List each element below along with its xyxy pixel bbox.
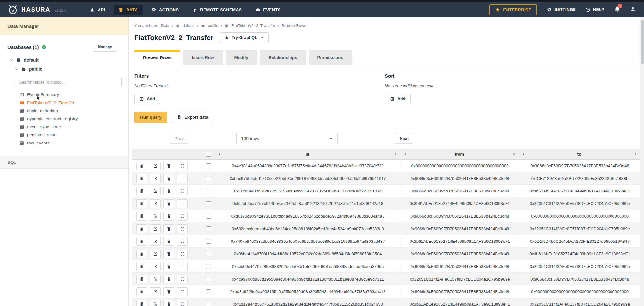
- vertical-scrollbar[interactable]: [640, 17, 644, 306]
- row-checkbox[interactable]: [206, 163, 211, 168]
- clone-row-button[interactable]: [136, 287, 147, 296]
- edit-row-button[interactable]: [150, 187, 161, 195]
- row-checkbox[interactable]: [206, 252, 211, 256]
- help-button[interactable]: HELP: [585, 7, 604, 12]
- delete-row-button[interactable]: [163, 262, 174, 271]
- edit-row-button[interactable]: [150, 250, 161, 258]
- clone-row-button[interactable]: [136, 199, 147, 208]
- header-to-cell[interactable]: to: [519, 149, 641, 159]
- clone-row-button[interactable]: [136, 262, 147, 271]
- sidebar-table-item[interactable]: raw_events: [0, 139, 128, 147]
- nav-item[interactable]: DATA: [114, 5, 143, 15]
- tab[interactable]: Insert Row: [183, 50, 223, 65]
- breadcrumb-item[interactable]: › Browse Rows: [278, 24, 306, 28]
- column-collapse-icon[interactable]: [404, 153, 407, 156]
- expand-row-button[interactable]: [177, 300, 188, 306]
- expand-row-button[interactable]: [177, 250, 188, 258]
- nav-item[interactable]: REMOTE SCHEMAS: [187, 5, 247, 15]
- try-graphql-button[interactable]: Try GraphQL: [220, 32, 269, 43]
- tree-item-database[interactable]: default: [0, 55, 128, 64]
- expand-row-button[interactable]: [177, 187, 188, 195]
- edit-row-button[interactable]: [150, 174, 161, 183]
- clone-row-button[interactable]: [136, 162, 147, 170]
- breadcrumb-item[interactable]: › FiatTokenV2_2_Transfer: [221, 24, 275, 28]
- prev-page-button[interactable]: Prev: [170, 133, 188, 144]
- sort-icon[interactable]: [394, 152, 398, 156]
- tab[interactable]: Browse Rows: [134, 50, 180, 65]
- add-filter-button[interactable]: Add: [134, 94, 160, 104]
- run-query-button[interactable]: Run query: [134, 112, 167, 123]
- expand-row-button[interactable]: [177, 275, 188, 283]
- clone-row-button[interactable]: [136, 300, 147, 306]
- row-checkbox[interactable]: [206, 214, 211, 219]
- clone-row-button[interactable]: [136, 224, 147, 233]
- row-checkbox[interactable]: [206, 239, 211, 244]
- delete-row-button[interactable]: [163, 224, 174, 233]
- breadcrumb-item[interactable]: › default: [172, 24, 194, 28]
- sql-section[interactable]: SQL: [0, 156, 128, 169]
- edit-row-button[interactable]: [150, 212, 161, 221]
- expand-row-button[interactable]: [177, 224, 188, 233]
- expand-row-button[interactable]: [177, 212, 188, 221]
- user-menu-button[interactable]: [630, 6, 636, 13]
- notifications-button[interactable]: [614, 6, 620, 14]
- delete-row-button[interactable]: [163, 162, 174, 170]
- select-all-checkbox[interactable]: [206, 152, 211, 157]
- delete-row-button[interactable]: [163, 187, 174, 195]
- sidebar-table-item[interactable]: persisted_state: [0, 131, 128, 139]
- edit-row-button[interactable]: [150, 275, 161, 283]
- row-checkbox[interactable]: [206, 189, 211, 193]
- tab[interactable]: Modify: [226, 50, 257, 65]
- breadcrumb-item[interactable]: › public: [197, 24, 218, 28]
- header-from-cell[interactable]: from: [401, 149, 519, 159]
- row-checkbox[interactable]: [206, 176, 211, 181]
- edit-row-button[interactable]: [150, 300, 161, 306]
- delete-row-button[interactable]: [163, 300, 174, 306]
- row-checkbox[interactable]: [206, 201, 211, 206]
- next-page-button[interactable]: Next: [395, 133, 413, 144]
- column-collapse-icon[interactable]: [218, 153, 221, 156]
- edit-row-button[interactable]: [150, 287, 161, 296]
- delete-row-button[interactable]: [163, 287, 174, 296]
- row-checkbox[interactable]: [206, 264, 211, 269]
- sort-icon[interactable]: [512, 152, 516, 156]
- expand-row-button[interactable]: [177, 199, 188, 208]
- delete-row-button[interactable]: [163, 275, 174, 283]
- table-search-input[interactable]: [15, 77, 122, 87]
- sidebar-table-item[interactable]: dynamic_contract_registry: [0, 115, 128, 123]
- sort-icon[interactable]: [634, 152, 638, 156]
- delete-row-button[interactable]: [163, 212, 174, 221]
- tab[interactable]: Relationships: [260, 50, 306, 65]
- row-checkbox[interactable]: [206, 289, 211, 294]
- edit-row-button[interactable]: [150, 199, 161, 208]
- sidebar-table-item[interactable]: chain_metadata: [0, 107, 128, 115]
- nav-item[interactable]: API: [85, 5, 110, 15]
- sidebar-table-item[interactable]: EventsSummary: [0, 91, 128, 99]
- nav-item[interactable]: EVENTS: [251, 5, 285, 15]
- page-size-select[interactable]: 100 rows: [236, 133, 338, 144]
- add-sort-button[interactable]: Add: [385, 94, 411, 104]
- edit-row-button[interactable]: [150, 162, 161, 170]
- sidebar-table-item[interactable]: event_sync_state: [0, 123, 128, 131]
- nav-item[interactable]: ACTIONS: [147, 5, 184, 15]
- clone-row-button[interactable]: [136, 275, 147, 283]
- edit-row-button[interactable]: [150, 224, 161, 233]
- delete-row-button[interactable]: [163, 250, 174, 258]
- delete-row-button[interactable]: [163, 174, 174, 183]
- tree-item-schema[interactable]: public: [0, 64, 128, 74]
- sidebar-table-item[interactable]: FiatTokenV2_2_Transfer: [0, 99, 128, 107]
- row-checkbox[interactable]: [206, 277, 211, 281]
- manage-button[interactable]: Manage: [93, 43, 117, 52]
- clone-row-button[interactable]: [136, 212, 147, 221]
- delete-row-button[interactable]: [163, 237, 174, 246]
- hasura-logo-group[interactable]: λ HASURA v2.23.0: [8, 5, 66, 15]
- breadcrumb-item[interactable]: › Data: [161, 24, 169, 28]
- delete-row-button[interactable]: [163, 199, 174, 208]
- edit-row-button[interactable]: [150, 262, 161, 271]
- edit-row-button[interactable]: [150, 237, 161, 246]
- clone-row-button[interactable]: [136, 174, 147, 183]
- export-data-button[interactable]: Export data: [172, 112, 213, 123]
- chevron-down-icon[interactable]: [10, 58, 13, 62]
- tab[interactable]: Permissions: [309, 50, 352, 65]
- enterprise-button[interactable]: ENTERPRISE: [489, 4, 537, 15]
